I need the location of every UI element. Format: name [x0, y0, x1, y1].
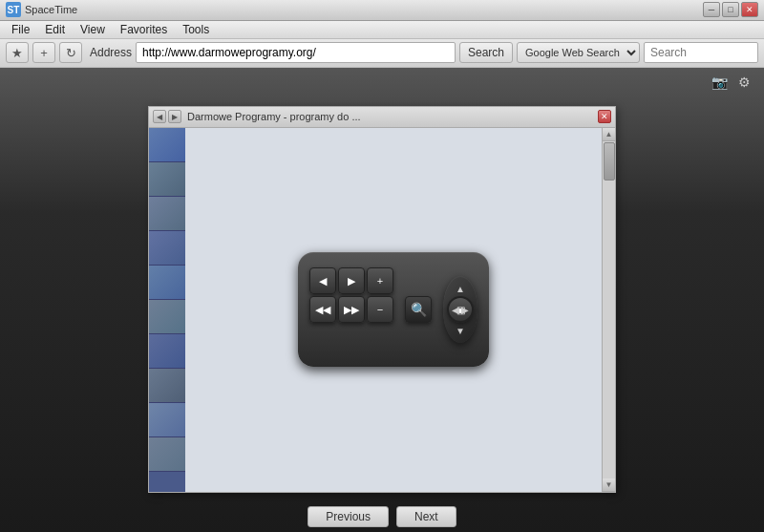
pad-right-button[interactable]: ▶: [338, 267, 365, 294]
sidebar-thumb-5[interactable]: [149, 266, 185, 300]
sidebar-thumb-2[interactable]: [149, 162, 185, 197]
sidebar-thumb-4[interactable]: [149, 231, 185, 266]
scroll-thumb[interactable]: [604, 142, 615, 181]
pad-minus-button[interactable]: −: [367, 296, 393, 323]
toolbar: ★ + ↻ Address Search Google Web Search: [0, 39, 764, 67]
next-button[interactable]: Next: [396, 506, 456, 527]
camera-icon[interactable]: 📷: [709, 72, 730, 93]
left-button-pad: ◀ ▶ + ◀◀ ▶▶ −: [309, 267, 393, 351]
sidebar-thumb-1[interactable]: [149, 128, 185, 162]
dpad-up-button[interactable]: ▲: [450, 278, 471, 299]
minimize-button[interactable]: ─: [703, 2, 720, 17]
pad-rewind-button[interactable]: ◀◀: [309, 296, 336, 323]
search-input[interactable]: [644, 42, 758, 63]
title-bar: ST SpaceTime ─ □ ✕: [0, 0, 764, 21]
browser-back-button[interactable]: ◀: [153, 110, 166, 123]
sidebar-thumb-9[interactable]: [149, 403, 185, 437]
menu-tools[interactable]: Tools: [175, 21, 217, 38]
scroll-down-arrow[interactable]: ▼: [603, 479, 616, 492]
menu-bar: File Edit View Favorites Tools: [0, 21, 764, 40]
bookmark-button[interactable]: ★: [6, 42, 29, 63]
close-button[interactable]: ✕: [741, 2, 758, 17]
menu-edit[interactable]: Edit: [37, 21, 73, 38]
browser-body: ◀ ▶ + ◀◀ ▶▶ − 🔍 ▲ ▼ ◀: [149, 128, 615, 492]
browser-titlebar: ◀ ▶ Darmowe Programy - programy do ... ✕: [149, 107, 615, 128]
browser-window: ◀ ▶ Darmowe Programy - programy do ... ✕: [148, 106, 616, 493]
scroll-up-arrow[interactable]: ▲: [603, 128, 616, 141]
pad-fastfwd-button[interactable]: ▶▶: [338, 296, 365, 323]
sidebar-thumb-7[interactable]: [149, 334, 185, 369]
new-tab-button[interactable]: +: [32, 42, 55, 63]
browser-page-title: Darmowe Programy - programy do ...: [181, 111, 598, 122]
main-content: ◀ ▶ Darmowe Programy - programy do ... ✕: [0, 96, 764, 502]
bottom-navigation: Previous Next: [0, 502, 764, 532]
browser-scrollbar[interactable]: ▲ ▼: [602, 128, 615, 492]
window-title: SpaceTime: [25, 4, 703, 15]
settings-icon[interactable]: ⚙: [733, 72, 754, 93]
remote-search-button[interactable]: 🔍: [405, 296, 432, 323]
app-icon: ST: [6, 2, 21, 17]
browser-viewport: ◀ ▶ + ◀◀ ▶▶ − 🔍 ▲ ▼ ◀: [185, 128, 602, 492]
address-input[interactable]: [136, 42, 456, 63]
browser-close-button[interactable]: ✕: [598, 110, 611, 123]
dpad-down-button[interactable]: ▼: [450, 320, 471, 341]
sidebar-thumb-10[interactable]: [149, 437, 185, 472]
menu-favorites[interactable]: Favorites: [113, 21, 175, 38]
browser-nav-buttons: ◀ ▶: [153, 110, 181, 123]
icons-area: 📷 ⚙: [0, 68, 764, 96]
search-engine-select[interactable]: Google Web Search: [517, 42, 640, 63]
sidebar-thumb-3[interactable]: [149, 197, 185, 231]
scroll-track[interactable]: [603, 141, 616, 479]
browser-forward-button[interactable]: ▶: [168, 110, 181, 123]
browser-sidebar: [149, 128, 185, 492]
address-label: Address: [90, 46, 132, 59]
sidebar-thumb-6[interactable]: [149, 300, 185, 334]
go-search-button[interactable]: Search: [459, 42, 513, 63]
pad-plus-button[interactable]: +: [367, 267, 393, 294]
pad-left-button[interactable]: ◀: [309, 267, 336, 294]
remote-control: ◀ ▶ + ◀◀ ▶▶ − 🔍 ▲ ▼ ◀: [298, 252, 489, 367]
menu-view[interactable]: View: [73, 21, 113, 38]
sidebar-thumb-8[interactable]: [149, 369, 185, 403]
dpad-right-button[interactable]: ▶: [455, 299, 476, 320]
previous-button[interactable]: Previous: [308, 506, 389, 527]
refresh-button[interactable]: ↻: [59, 42, 82, 63]
maximize-button[interactable]: □: [722, 2, 739, 17]
menu-file[interactable]: File: [4, 21, 37, 38]
window-controls: ─ □ ✕: [703, 2, 758, 17]
dpad: ▲ ▼ ◀ ▶ ▣: [443, 276, 478, 343]
